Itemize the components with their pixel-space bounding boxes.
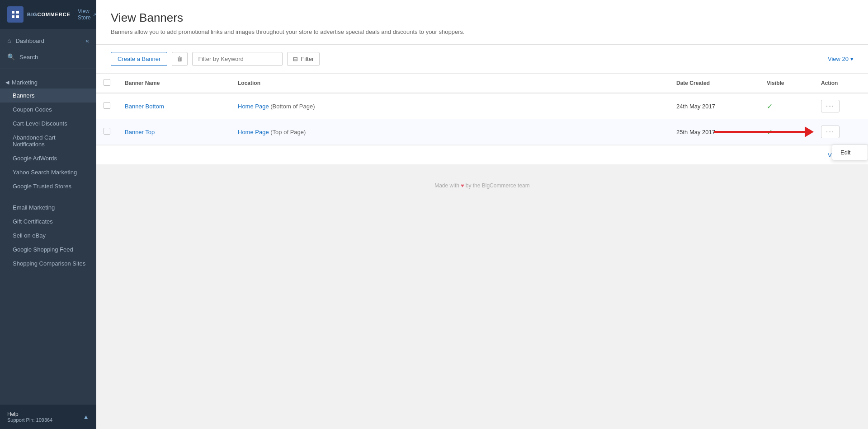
sidebar-item-abandoned-cart[interactable]: Abandoned Cart Notifications <box>0 131 96 151</box>
row2-banner-link[interactable]: Banner Top <box>125 129 155 135</box>
toolbar: Create a Banner 🗑 ⊟ Filter View 20 ▾ <box>96 45 868 74</box>
header-checkbox <box>96 74 118 93</box>
sidebar-item-shopping-comparison[interactable]: Shopping Comparison Sites <box>0 256 96 270</box>
page-title: View Banners <box>111 11 854 25</box>
select-all-checkbox[interactable] <box>104 79 110 86</box>
help-label: Help <box>7 411 52 417</box>
row1-date: 24th May 2017 <box>676 103 715 110</box>
header-banner-name: Banner Name <box>118 74 231 93</box>
banners-table: Banner Name Location Date Created Visibl… <box>96 74 868 145</box>
table-header-row: Banner Name Location Date Created Visibl… <box>96 74 868 93</box>
table-footer: View 20 ▾ <box>96 145 868 164</box>
filter-icon: ⊟ <box>293 56 298 62</box>
header-location: Location <box>231 74 669 93</box>
sidebar-item-google-shopping[interactable]: Google Shopping Feed <box>0 242 96 256</box>
delete-button[interactable]: 🗑 <box>172 52 188 66</box>
row1-checkbox-cell <box>96 93 118 119</box>
row2-date: 25th May 2017 <box>676 129 715 135</box>
logo-icon <box>7 6 24 23</box>
banners-table-container: Banner Name Location Date Created Visibl… <box>96 74 868 145</box>
action-dropdown: Edit <box>832 145 868 160</box>
row2-checkbox-cell <box>96 119 118 145</box>
footer-by: by the BigCommerce team <box>466 182 530 189</box>
page-footer: Made with ♥ by the BigCommerce team <box>96 164 868 207</box>
filter-input[interactable] <box>192 52 283 66</box>
marketing-section: ◀ Marketing Banners Coupon Codes Cart-Le… <box>0 69 96 197</box>
row2-action-more-button[interactable]: ··· <box>821 126 840 138</box>
edit-dropdown-item[interactable]: Edit <box>832 145 868 160</box>
row1-name-cell: Banner Bottom <box>118 93 231 119</box>
sidebar-item-sell-on-ebay[interactable]: Sell on eBay <box>0 228 96 242</box>
row2-checkbox[interactable] <box>104 128 110 135</box>
sidebar-item-google-trusted[interactable]: Google Trusted Stores <box>0 179 96 193</box>
row2-name-cell: Banner Top <box>118 119 231 145</box>
row1-location-cell: Home Page (Bottom of Page) <box>231 93 669 119</box>
view-store-link[interactable]: View Store ↗ <box>78 8 96 21</box>
header-action: Action <box>814 74 868 93</box>
row1-visible-cell: ✓ <box>760 93 814 119</box>
sidebar-item-banners[interactable]: Banners <box>0 89 96 103</box>
sidebar: BIGCOMMERCE View Store ↗ ⌂ Dashboard « 🔍… <box>0 0 96 429</box>
trash-icon: 🗑 <box>177 56 183 62</box>
sidebar-footer: Help Support Pin: 109364 ▲ <box>0 405 96 429</box>
home-icon: ⌂ <box>7 37 11 44</box>
sidebar-item-search[interactable]: 🔍 Search <box>0 49 96 65</box>
view-count-dropdown[interactable]: View 20 ▾ <box>828 56 854 62</box>
logo: BIGCOMMERCE <box>7 6 71 23</box>
sidebar-item-dashboard[interactable]: ⌂ Dashboard « <box>0 33 96 49</box>
sidebar-item-coupon-codes[interactable]: Coupon Codes <box>0 103 96 117</box>
other-section: Email Marketing Gift Certificates Sell o… <box>0 201 96 270</box>
footer-made-with: Made with <box>434 182 459 189</box>
page-description: Banners allow you to add promotional lin… <box>111 28 854 35</box>
header-visible: Visible <box>760 74 814 93</box>
row1-location-detail: (Bottom of Page) <box>270 103 315 110</box>
sidebar-item-google-adwords[interactable]: Google AdWords <box>0 151 96 165</box>
row1-checkbox[interactable] <box>104 102 110 109</box>
row2-date-cell: 25th May 2017 <box>669 119 760 145</box>
row1-action-cell: ··· <box>814 93 868 119</box>
marketing-section-header[interactable]: ◀ Marketing <box>0 76 96 89</box>
create-banner-button[interactable]: Create a Banner <box>111 52 167 66</box>
collapse-icon[interactable]: « <box>85 37 89 44</box>
sidebar-top-nav: ⌂ Dashboard « 🔍 Search <box>0 29 96 69</box>
sidebar-header: BIGCOMMERCE View Store ↗ <box>0 0 96 29</box>
chevron-down-icon: ▾ <box>850 56 854 62</box>
sidebar-item-gift-certificates[interactable]: Gift Certificates <box>0 214 96 228</box>
row1-action-more-button[interactable]: ··· <box>821 100 840 112</box>
logo-text: BIGCOMMERCE <box>27 12 71 17</box>
support-pin: Support Pin: 109364 <box>7 417 52 423</box>
chevron-left-icon: ◀ <box>5 79 9 85</box>
main-content: View Banners Banners allow you to add pr… <box>96 0 868 429</box>
row2-action-cell: ··· Edit <box>814 119 868 145</box>
header-date-created: Date Created <box>669 74 760 93</box>
table-row: Banner Bottom Home Page (Bottom of Page)… <box>96 93 868 119</box>
row2-visible-check: ✓ <box>767 128 773 136</box>
chevron-up-icon[interactable]: ▲ <box>83 413 89 420</box>
table-row: Banner Top Home Page (Top of Page) 25th … <box>96 119 868 145</box>
sidebar-item-cart-level-discounts[interactable]: Cart-Level Discounts <box>0 117 96 131</box>
sidebar-item-email-marketing[interactable]: Email Marketing <box>0 201 96 214</box>
row1-banner-link[interactable]: Banner Bottom <box>125 103 164 110</box>
row2-location-detail: (Top of Page) <box>270 129 306 135</box>
search-icon: 🔍 <box>7 53 15 61</box>
page-header: View Banners Banners allow you to add pr… <box>96 0 868 45</box>
heart-icon: ♥ <box>461 182 464 189</box>
row1-visible-check: ✓ <box>767 103 773 110</box>
row1-date-cell: 24th May 2017 <box>669 93 760 119</box>
filter-button[interactable]: ⊟ Filter <box>287 52 320 66</box>
row1-location-link[interactable]: Home Page <box>238 103 269 110</box>
row2-visible-cell: ✓ <box>760 119 814 145</box>
external-link-icon: ↗ <box>93 12 96 17</box>
row2-location-link[interactable]: Home Page <box>238 129 269 135</box>
row2-location-cell: Home Page (Top of Page) <box>231 119 669 145</box>
sidebar-item-yahoo-search[interactable]: Yahoo Search Marketing <box>0 165 96 179</box>
